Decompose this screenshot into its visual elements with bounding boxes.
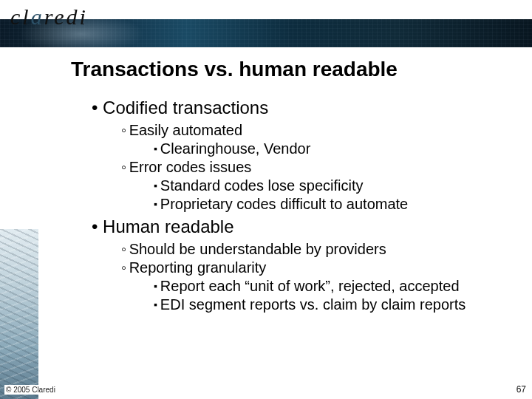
- side-decoration: [0, 229, 38, 399]
- bullet: Error codes issues: [121, 158, 511, 177]
- page-number: 67: [516, 384, 526, 395]
- section-heading: Human readable: [92, 216, 511, 237]
- sub-bullet: Report each “unit of work”, rejected, ac…: [154, 277, 511, 296]
- sub-bullet: Clearinghouse, Vendor: [154, 140, 511, 158]
- bullet: Reporting granularity: [121, 259, 511, 277]
- copyright-text: © 2005 Claredi: [4, 385, 57, 395]
- bullet: Easily automated: [121, 121, 511, 140]
- slide: claredi Transactions vs. human readable …: [0, 0, 532, 399]
- bullet: Should be understandable by providers: [121, 240, 511, 259]
- slide-title: Transactions vs. human readable: [71, 58, 511, 81]
- brand-logo: claredi: [10, 4, 88, 30]
- section-heading: Codified transactions: [92, 98, 511, 118]
- sub-bullet: Proprietary codes difficult to automate: [154, 195, 511, 214]
- slide-content: Transactions vs. human readable Codified…: [38, 53, 511, 314]
- sub-bullet: Standard codes lose specificity: [154, 177, 511, 195]
- sub-bullet: EDI segment reports vs. claim by claim r…: [154, 296, 511, 314]
